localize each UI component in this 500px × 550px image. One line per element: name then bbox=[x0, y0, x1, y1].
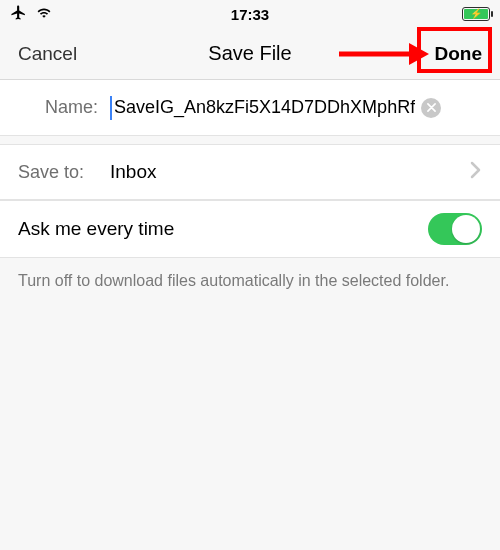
ask-every-time-row: Ask me every time bbox=[0, 200, 500, 258]
save-to-row[interactable]: Save to: Inbox bbox=[0, 144, 500, 200]
name-row: Name: SaveIG_An8kzFi5X14D7DDhXMphRf bbox=[0, 80, 500, 136]
status-time: 17:33 bbox=[170, 6, 330, 23]
annotation-arrow bbox=[339, 47, 427, 61]
airplane-mode-icon bbox=[10, 4, 27, 24]
status-bar: 17:33 ⚡ bbox=[0, 0, 500, 28]
chevron-right-icon bbox=[470, 159, 482, 185]
save-to-value: Inbox bbox=[110, 161, 470, 183]
save-to-label: Save to: bbox=[18, 162, 96, 183]
name-input[interactable]: SaveIG_An8kzFi5X14D7DDhXMphRf bbox=[110, 96, 482, 120]
page-title: Save File bbox=[208, 42, 291, 64]
ask-every-time-toggle[interactable] bbox=[428, 213, 482, 245]
battery-icon: ⚡ bbox=[462, 7, 490, 21]
caption-text: Turn off to download files automatically… bbox=[0, 258, 500, 304]
ask-every-time-label: Ask me every time bbox=[18, 218, 428, 240]
cancel-button[interactable]: Cancel bbox=[18, 43, 77, 64]
clear-text-icon[interactable] bbox=[421, 98, 441, 118]
navigation-bar: Cancel Save File Done bbox=[0, 28, 500, 80]
done-button[interactable]: Done bbox=[435, 43, 483, 64]
name-value[interactable]: SaveIG_An8kzFi5X14D7DDhXMphRf bbox=[114, 97, 415, 118]
wifi-icon bbox=[35, 6, 53, 23]
name-label: Name: bbox=[18, 97, 98, 118]
